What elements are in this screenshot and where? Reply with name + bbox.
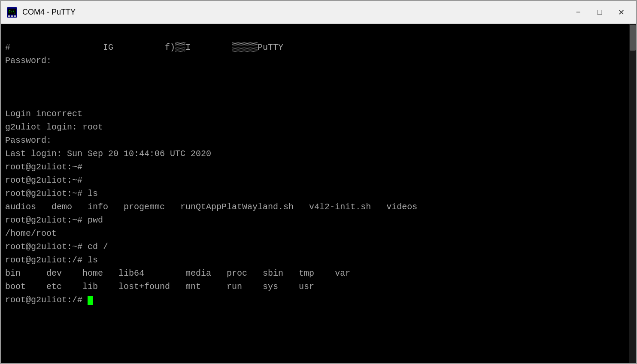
svg-text:C:\: C:\ [9, 10, 15, 14]
close-button[interactable]: ✕ [611, 5, 631, 20]
svg-rect-5 [14, 15, 16, 17]
restore-button[interactable]: □ [590, 5, 610, 20]
scrollbar[interactable] [629, 24, 636, 363]
terminal-line-login-incorrect: Login incorrect g2uliot login: root Pass… [5, 109, 417, 305]
terminal-output: # IG f)▒▒I ▒▒▒▒▒PuTTY Password: Login in… [5, 27, 632, 320]
terminal-cursor [88, 296, 93, 305]
minimize-button[interactable]: − [568, 5, 588, 20]
window-controls: − □ ✕ [568, 5, 631, 20]
terminal-area[interactable]: # IG f)▒▒I ▒▒▒▒▒PuTTY Password: Login in… [1, 24, 636, 363]
putty-icon: C:\ [6, 6, 18, 18]
window-title: COM4 - PuTTY [22, 8, 568, 17]
title-bar: C:\ COM4 - PuTTY − □ ✕ [1, 1, 636, 24]
scrollbar-thumb[interactable] [630, 25, 636, 51]
putty-window: C:\ COM4 - PuTTY − □ ✕ # IG f)▒▒I ▒▒▒▒▒P… [0, 0, 637, 364]
terminal-line-garbled: # IG f)▒▒I ▒▒▒▒▒PuTTY Password: [5, 42, 283, 66]
svg-rect-4 [11, 15, 13, 17]
svg-rect-3 [8, 15, 10, 17]
